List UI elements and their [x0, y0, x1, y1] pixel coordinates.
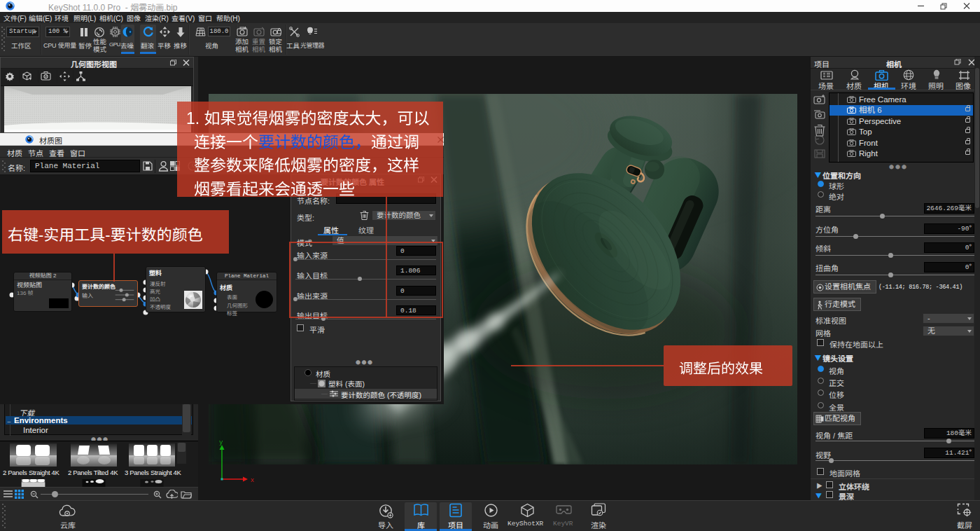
svg-text:y: y — [219, 439, 223, 446]
svg-text:x: x — [251, 477, 254, 484]
